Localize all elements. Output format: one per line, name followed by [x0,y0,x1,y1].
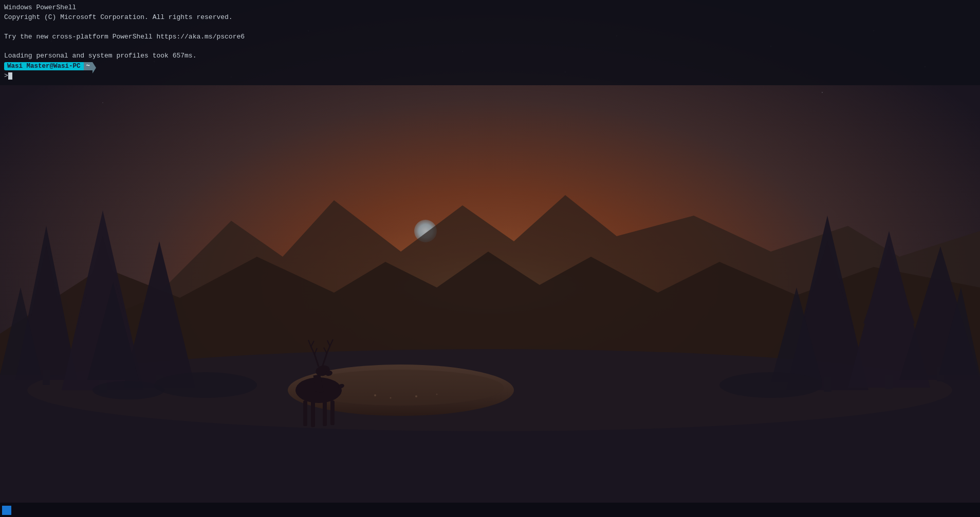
svg-point-12 [436,394,438,395]
prompt-symbol: > [4,71,8,81]
svg-point-10 [390,397,392,399]
terminal-window: Windows PowerShell Copyright (C) Microso… [0,0,980,85]
svg-rect-29 [323,400,327,426]
terminal-cursor [8,72,12,80]
svg-point-65 [102,102,103,103]
svg-rect-34 [43,370,50,385]
svg-rect-30 [330,400,335,425]
svg-rect-47 [885,375,893,389]
svg-point-66 [822,92,823,93]
input-row[interactable]: > [4,71,976,81]
svg-rect-27 [303,400,307,426]
svg-point-54 [93,381,164,399]
svg-point-53 [719,372,822,398]
prompt-tilde-label: ~ [84,62,93,70]
svg-rect-28 [311,400,315,427]
taskbar [0,503,980,517]
terminal-line-3 [4,23,976,32]
start-button[interactable] [2,506,11,515]
terminal-line-4: Try the new cross-platform PowerShell ht… [4,32,976,42]
terminal-line-1: Windows PowerShell [4,3,976,13]
svg-rect-44 [824,377,831,392]
prompt-user-label: Wasi Master@Wasi-PC [4,62,84,70]
svg-point-11 [415,395,417,397]
svg-point-9 [374,394,376,396]
prompt-row: Wasi Master@Wasi-PC ~ [4,62,976,70]
terminal-line-6: Loading personal and system profiles too… [4,51,976,61]
terminal-line-2: Copyright (C) Microsoft Corporation. All… [4,13,976,23]
terminal-line-5 [4,42,976,51]
svg-point-52 [154,372,257,398]
